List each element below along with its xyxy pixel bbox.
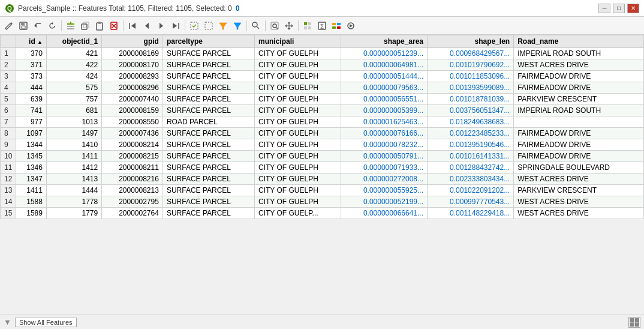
svg-rect-8: [70, 22, 71, 24]
feature-table: id ▲ objectid_1 gpid parceltype municipa…: [0, 35, 644, 219]
svg-marker-20: [219, 23, 227, 29]
title-bar: Q Parcels_Sample :: Features Total: 1105…: [0, 0, 644, 17]
search-button[interactable]: [249, 19, 263, 32]
column-header-rownum[interactable]: [1, 35, 16, 48]
svg-rect-7: [67, 28, 74, 29]
toolbar-separator-5: [265, 20, 266, 31]
conditional-format-button[interactable]: [330, 19, 343, 32]
table-body: 13704212000008169SURFACE PARCELCITY OF G…: [1, 48, 644, 219]
svg-text:Q: Q: [7, 5, 12, 12]
svg-rect-19: [205, 22, 212, 29]
column-header-municipali[interactable]: municipali: [255, 35, 341, 48]
table-row[interactable]: 13141114442000008213SURFACE PARCELCITY O…: [1, 185, 644, 196]
close-button[interactable]: ✕: [627, 4, 639, 13]
toolbar-separator-4: [246, 20, 247, 31]
toolbar-separator-6: [298, 20, 299, 31]
delete-row-button[interactable]: [107, 19, 121, 32]
svg-rect-33: [332, 23, 336, 25]
maximize-button[interactable]: □: [613, 4, 625, 13]
svg-marker-21: [234, 23, 241, 29]
svg-rect-28: [308, 22, 311, 25]
status-right-section: [628, 317, 640, 328]
reload-button[interactable]: [46, 19, 59, 32]
table-row[interactable]: 11134614122000008211SURFACE PARCELCITY O…: [1, 162, 644, 174]
show-all-features-button[interactable]: Show All Features: [15, 318, 77, 327]
table-row[interactable]: 56397572000007440SURFACE PARCELCITY OF G…: [1, 94, 644, 105]
column-header-shape-len[interactable]: shape_len: [428, 35, 514, 48]
zoom-selection-button[interactable]: [268, 19, 281, 32]
grid-view-button[interactable]: [628, 317, 640, 328]
column-header-id[interactable]: id ▲: [16, 35, 47, 48]
filter-select-button[interactable]: [216, 19, 230, 32]
add-feature-button[interactable]: [64, 19, 77, 32]
nav-first-button[interactable]: [126, 19, 139, 32]
move-selection-button[interactable]: [231, 19, 244, 32]
edit-pencil-button[interactable]: [2, 19, 16, 32]
svg-rect-12: [98, 22, 101, 24]
deselect-button[interactable]: [202, 19, 215, 32]
toolbar-separator-1: [61, 20, 62, 31]
svg-rect-4: [22, 26, 25, 29]
table-row[interactable]: 33734242000008293SURFACE PARCELCITY OF G…: [1, 71, 644, 82]
table-row[interactable]: 8109714972000007436SURFACE PARCELCITY OF…: [1, 128, 644, 139]
toolbar-separator-3: [185, 20, 185, 31]
svg-rect-27: [304, 22, 307, 25]
table-row[interactable]: 14158817782000002795SURFACE PARCELCITY O…: [1, 196, 644, 208]
nav-prev-button[interactable]: [140, 19, 154, 32]
column-header-objectid[interactable]: objectid_1: [46, 35, 101, 48]
paste-row-button[interactable]: [93, 19, 106, 32]
actions-button[interactable]: [344, 19, 357, 32]
filter-status-icon: ▼: [4, 318, 11, 327]
table-row[interactable]: 23714222000008170SURFACE PARCELCITY OF G…: [1, 59, 644, 71]
copy-row-button[interactable]: [79, 19, 92, 32]
save-button[interactable]: [17, 19, 30, 32]
svg-rect-6: [67, 26, 74, 27]
svg-rect-35: [332, 26, 336, 29]
svg-line-23: [257, 26, 260, 29]
svg-point-22: [252, 22, 257, 27]
table-header-row: id ▲ objectid_1 gpid parceltype municipa…: [1, 35, 644, 48]
svg-text:∑: ∑: [320, 23, 324, 29]
svg-rect-30: [308, 26, 311, 29]
selected-count: 0: [236, 4, 240, 13]
svg-rect-9: [82, 24, 87, 29]
pan-map-button[interactable]: [282, 19, 296, 32]
column-header-road-name[interactable]: Road_name: [514, 35, 644, 48]
svg-point-25: [273, 24, 276, 28]
column-header-gpid[interactable]: gpid: [102, 35, 163, 48]
table-row[interactable]: 12134714132000008216SURFACE PARCELCITY O…: [1, 174, 644, 185]
minimize-button[interactable]: ─: [598, 4, 610, 13]
nav-last-button[interactable]: [169, 19, 182, 32]
select-all-button[interactable]: [188, 19, 201, 32]
select-map-button[interactable]: [301, 19, 314, 32]
toolbar-separator-2: [123, 20, 124, 31]
field-calc-button[interactable]: ∑: [315, 19, 329, 32]
table-row[interactable]: 9134414102000008214SURFACE PARCELCITY OF…: [1, 139, 644, 151]
table-row[interactable]: 13704212000008169SURFACE PARCELCITY OF G…: [1, 48, 644, 59]
svg-rect-29: [304, 26, 307, 29]
nav-next-button[interactable]: [155, 19, 168, 32]
column-header-parceltype[interactable]: parceltype: [162, 35, 254, 48]
column-header-shape-area[interactable]: shape_area: [341, 35, 427, 48]
table-container: id ▲ objectid_1 gpid parceltype municipa…: [0, 35, 644, 315]
window-title: Parcels_Sample :: Features Total: 1105, …: [18, 4, 232, 13]
status-bar: ▼ Show All Features: [0, 315, 644, 329]
svg-rect-36: [337, 26, 341, 29]
svg-line-26: [276, 27, 278, 29]
app-icon: Q: [5, 4, 14, 13]
undo-button[interactable]: [31, 19, 44, 32]
table-row[interactable]: 797710132000008550ROAD PARCELCITY OF GUE…: [1, 116, 644, 128]
svg-rect-34: [337, 23, 341, 25]
svg-rect-3: [21, 22, 25, 25]
table-row[interactable]: 10134514112000008215SURFACE PARCELCITY O…: [1, 151, 644, 162]
toolbar: ∑: [0, 17, 644, 35]
table-row[interactable]: 44445752000008296SURFACE PARCELCITY OF G…: [1, 82, 644, 94]
table-row[interactable]: 15158917792000002764SURFACE PARCELCITY O…: [1, 208, 644, 219]
table-row[interactable]: 67416812000008159SURFACE PARCELCITY OF G…: [1, 105, 644, 116]
svg-rect-10: [83, 22, 89, 28]
